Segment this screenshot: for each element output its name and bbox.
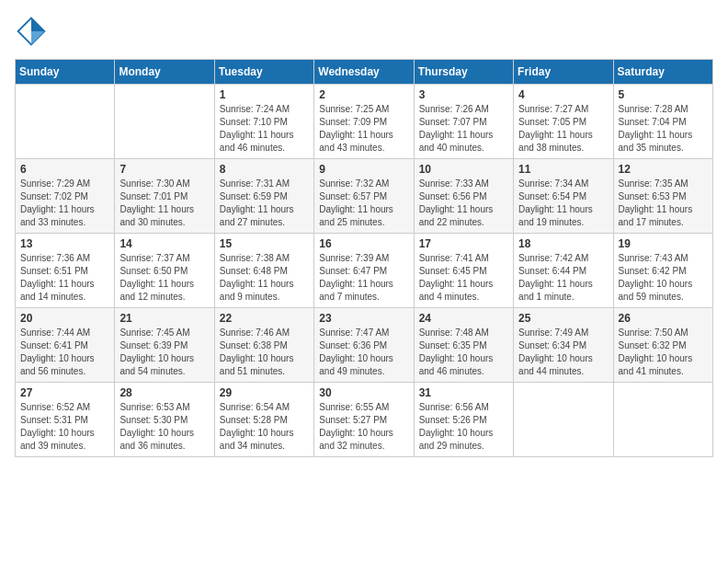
day-number: 3 [419,88,508,101]
calendar-table: SundayMondayTuesdayWednesdayThursdayFrid… [15,59,713,457]
day-number: 8 [220,163,309,176]
day-number: 16 [319,237,408,250]
day-number: 5 [619,88,708,101]
calendar-cell [115,85,214,159]
day-number: 29 [220,386,309,399]
day-info: Sunrise: 6:52 AMSunset: 5:31 PMDaylight:… [20,401,109,453]
day-number: 11 [518,163,608,176]
day-number: 28 [119,386,209,399]
day-info: Sunrise: 7:48 AMSunset: 6:35 PMDaylight:… [419,327,508,378]
day-info: Sunrise: 7:41 AMSunset: 6:45 PMDaylight:… [419,252,508,304]
calendar-cell: 22Sunrise: 7:46 AMSunset: 6:38 PMDayligh… [214,308,313,383]
calendar-cell: 28Sunrise: 6:53 AMSunset: 5:30 PMDayligh… [115,383,214,457]
calendar-cell: 7Sunrise: 7:30 AMSunset: 7:01 PMDaylight… [115,159,214,234]
day-info: Sunrise: 7:42 AMSunset: 6:44 PMDaylight:… [518,252,608,304]
day-number: 25 [518,312,608,325]
calendar-cell: 12Sunrise: 7:35 AMSunset: 6:53 PMDayligh… [613,159,712,234]
calendar-cell: 2Sunrise: 7:25 AMSunset: 7:09 PMDaylight… [314,85,414,159]
calendar-cell: 30Sunrise: 6:55 AMSunset: 5:27 PMDayligh… [314,383,414,457]
day-number: 9 [319,163,408,176]
day-number: 20 [20,312,109,325]
calendar-cell: 3Sunrise: 7:26 AMSunset: 7:07 PMDaylight… [414,85,513,159]
day-number: 7 [119,163,209,176]
day-info: Sunrise: 7:27 AMSunset: 7:05 PMDaylight:… [518,103,608,155]
day-info: Sunrise: 7:29 AMSunset: 7:02 PMDaylight:… [20,178,109,229]
day-number: 24 [419,312,508,325]
day-number: 22 [220,312,309,325]
calendar-cell: 25Sunrise: 7:49 AMSunset: 6:34 PMDayligh… [514,308,613,383]
calendar-cell: 29Sunrise: 6:54 AMSunset: 5:28 PMDayligh… [214,383,313,457]
day-info: Sunrise: 7:46 AMSunset: 6:38 PMDaylight:… [220,327,309,378]
logo-icon [15,15,48,48]
weekday-header-sunday: Sunday [16,60,115,85]
day-info: Sunrise: 7:24 AMSunset: 7:10 PMDaylight:… [220,103,309,155]
day-number: 14 [119,237,209,250]
day-info: Sunrise: 7:30 AMSunset: 7:01 PMDaylight:… [119,178,209,229]
day-number: 10 [419,163,508,176]
day-number: 23 [319,312,408,325]
day-info: Sunrise: 7:45 AMSunset: 6:39 PMDaylight:… [119,327,209,378]
day-info: Sunrise: 7:49 AMSunset: 6:34 PMDaylight:… [518,327,608,378]
calendar-cell: 27Sunrise: 6:52 AMSunset: 5:31 PMDayligh… [16,383,115,457]
calendar-cell: 15Sunrise: 7:38 AMSunset: 6:48 PMDayligh… [214,234,313,308]
day-info: Sunrise: 6:56 AMSunset: 5:26 PMDaylight:… [419,401,508,453]
calendar-cell: 9Sunrise: 7:32 AMSunset: 6:57 PMDaylight… [314,159,414,234]
calendar-cell [613,383,712,457]
day-number: 17 [419,237,508,250]
calendar-cell [514,383,613,457]
day-info: Sunrise: 7:47 AMSunset: 6:36 PMDaylight:… [319,327,408,378]
calendar-cell: 13Sunrise: 7:36 AMSunset: 6:51 PMDayligh… [16,234,115,308]
calendar-cell: 4Sunrise: 7:27 AMSunset: 7:05 PMDaylight… [514,85,613,159]
calendar-cell: 20Sunrise: 7:44 AMSunset: 6:41 PMDayligh… [16,308,115,383]
calendar-cell [16,85,115,159]
day-info: Sunrise: 7:31 AMSunset: 6:59 PMDaylight:… [220,178,309,229]
calendar-cell: 11Sunrise: 7:34 AMSunset: 6:54 PMDayligh… [514,159,613,234]
day-number: 4 [518,88,608,101]
day-info: Sunrise: 7:26 AMSunset: 7:07 PMDaylight:… [419,103,508,155]
day-info: Sunrise: 7:32 AMSunset: 6:57 PMDaylight:… [319,178,408,229]
day-number: 19 [619,237,708,250]
day-number: 1 [220,88,309,101]
day-number: 13 [20,237,109,250]
weekday-header-tuesday: Tuesday [214,60,313,85]
day-info: Sunrise: 7:39 AMSunset: 6:47 PMDaylight:… [319,252,408,304]
day-number: 30 [319,386,408,399]
day-number: 6 [20,163,109,176]
day-info: Sunrise: 7:38 AMSunset: 6:48 PMDaylight:… [220,252,309,304]
day-number: 21 [119,312,209,325]
logo [15,15,51,48]
day-info: Sunrise: 7:43 AMSunset: 6:42 PMDaylight:… [619,252,708,304]
calendar-cell: 8Sunrise: 7:31 AMSunset: 6:59 PMDaylight… [214,159,313,234]
day-number: 26 [619,312,708,325]
day-info: Sunrise: 7:37 AMSunset: 6:50 PMDaylight:… [119,252,209,304]
day-info: Sunrise: 7:34 AMSunset: 6:54 PMDaylight:… [518,178,608,229]
calendar-cell: 31Sunrise: 6:56 AMSunset: 5:26 PMDayligh… [414,383,513,457]
day-number: 27 [20,386,109,399]
weekday-header-saturday: Saturday [613,60,712,85]
day-info: Sunrise: 7:44 AMSunset: 6:41 PMDaylight:… [20,327,109,378]
day-info: Sunrise: 7:28 AMSunset: 7:04 PMDaylight:… [619,103,708,155]
calendar-cell: 18Sunrise: 7:42 AMSunset: 6:44 PMDayligh… [514,234,613,308]
weekday-header-thursday: Thursday [414,60,513,85]
day-number: 2 [319,88,408,101]
calendar-cell: 24Sunrise: 7:48 AMSunset: 6:35 PMDayligh… [414,308,513,383]
day-number: 12 [619,163,708,176]
calendar-cell: 26Sunrise: 7:50 AMSunset: 6:32 PMDayligh… [613,308,712,383]
day-info: Sunrise: 7:36 AMSunset: 6:51 PMDaylight:… [20,252,109,304]
day-info: Sunrise: 7:33 AMSunset: 6:56 PMDaylight:… [419,178,508,229]
calendar-cell: 19Sunrise: 7:43 AMSunset: 6:42 PMDayligh… [613,234,712,308]
day-number: 18 [518,237,608,250]
calendar-cell: 6Sunrise: 7:29 AMSunset: 7:02 PMDaylight… [16,159,115,234]
day-info: Sunrise: 7:50 AMSunset: 6:32 PMDaylight:… [619,327,708,378]
day-number: 15 [220,237,309,250]
calendar-cell: 21Sunrise: 7:45 AMSunset: 6:39 PMDayligh… [115,308,214,383]
calendar-cell: 1Sunrise: 7:24 AMSunset: 7:10 PMDaylight… [214,85,313,159]
weekday-header-wednesday: Wednesday [314,60,414,85]
weekday-header-monday: Monday [115,60,214,85]
day-info: Sunrise: 6:55 AMSunset: 5:27 PMDaylight:… [319,401,408,453]
calendar-cell: 10Sunrise: 7:33 AMSunset: 6:56 PMDayligh… [414,159,513,234]
day-info: Sunrise: 6:53 AMSunset: 5:30 PMDaylight:… [119,401,209,453]
day-info: Sunrise: 6:54 AMSunset: 5:28 PMDaylight:… [220,401,309,453]
calendar-cell: 17Sunrise: 7:41 AMSunset: 6:45 PMDayligh… [414,234,513,308]
weekday-header-friday: Friday [514,60,613,85]
